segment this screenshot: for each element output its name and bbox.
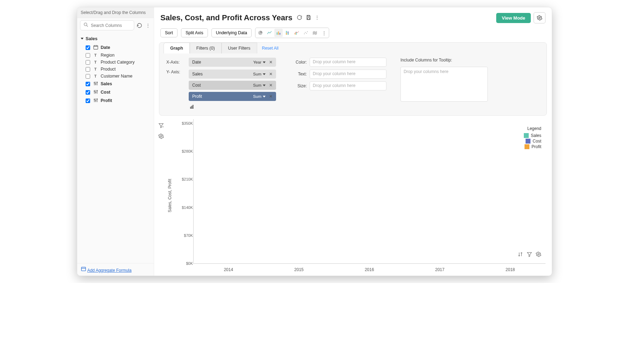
svg-point-21: [94, 99, 95, 100]
svg-point-40: [305, 32, 306, 33]
x-axis-chip[interactable]: Date Year ✕: [189, 58, 276, 67]
svg-marker-50: [527, 253, 532, 257]
axis-marker-icon[interactable]: [189, 104, 196, 110]
search-icon: [83, 22, 89, 29]
column-checkbox[interactable]: [86, 67, 90, 72]
page-title: Sales, Cost, and Profit Across Years: [160, 13, 292, 22]
legend-item[interactable]: Sales: [524, 133, 541, 138]
view-mode-button[interactable]: View Mode: [496, 13, 531, 23]
y-axis-label: Y- Axis:: [166, 70, 186, 74]
column-checkbox[interactable]: [86, 82, 90, 86]
column-type-icon: [93, 97, 98, 104]
x-tick-label: 2018: [475, 267, 545, 272]
formula-icon: [81, 268, 87, 273]
size-dropzone[interactable]: Drop your column here: [310, 81, 386, 90]
tab-filters[interactable]: Filters (0): [190, 43, 222, 53]
svg-point-51: [538, 254, 539, 255]
search-columns-box[interactable]: [80, 20, 134, 30]
svg-rect-27: [308, 17, 309, 19]
chart-type-map-icon[interactable]: [311, 29, 319, 37]
chart-sort-icon[interactable]: [518, 252, 523, 258]
svg-point-42: [307, 31, 308, 32]
column-group-sales[interactable]: Sales: [79, 34, 152, 43]
chart-type-pie-icon[interactable]: [256, 29, 265, 37]
remove-y-chip-icon[interactable]: ✕: [268, 94, 274, 99]
column-checkbox[interactable]: [86, 74, 90, 79]
column-label: Date: [101, 45, 110, 50]
svg-point-0: [84, 23, 87, 26]
main-panel: Sales, Cost, and Profit Across Years ⋮ V…: [154, 7, 552, 276]
column-checkbox[interactable]: [86, 99, 90, 103]
chart-settings-icon[interactable]: [158, 133, 164, 140]
remove-y-chip-icon[interactable]: ✕: [268, 72, 274, 77]
column-item[interactable]: T Product Category: [79, 59, 152, 66]
column-checkbox[interactable]: [86, 53, 90, 58]
remove-x-chip-icon[interactable]: ✕: [268, 60, 274, 65]
legend-item[interactable]: Cost: [524, 139, 541, 144]
search-columns-input[interactable]: [91, 23, 131, 28]
y-tick-label: $210K: [174, 177, 193, 181]
columns-more-icon[interactable]: ⋮: [145, 22, 151, 29]
y-axis-chip[interactable]: Profit Sum ✕: [189, 92, 276, 101]
svg-point-28: [539, 17, 540, 19]
legend-label: Cost: [533, 139, 541, 144]
column-type-icon: [93, 44, 98, 51]
y-axis-chip[interactable]: Cost Sum ✕: [189, 81, 276, 90]
svg-point-23: [97, 99, 97, 100]
svg-rect-31: [278, 31, 279, 35]
column-checkbox[interactable]: [86, 90, 90, 95]
column-item[interactable]: T Customer Name: [79, 73, 152, 80]
tab-graph[interactable]: Graph: [164, 43, 190, 53]
chart-type-line-icon[interactable]: [265, 29, 274, 37]
sort-button[interactable]: Sort: [160, 28, 178, 37]
column-item[interactable]: T Region: [79, 52, 152, 59]
chart-type-stacked-icon[interactable]: [283, 29, 292, 37]
remove-y-chip-icon[interactable]: ✕: [268, 83, 274, 88]
refresh-columns-icon[interactable]: [136, 22, 143, 29]
tooltip-dropzone[interactable]: Drop your columns here: [400, 67, 488, 102]
text-dropzone[interactable]: Drop your column here: [310, 70, 386, 79]
tab-user-filters[interactable]: User Filters: [222, 43, 257, 53]
settings-button[interactable]: [534, 12, 545, 23]
svg-rect-34: [286, 33, 287, 35]
split-axis-button[interactable]: Split Axis: [181, 28, 208, 37]
column-item[interactable]: Cost: [79, 88, 152, 96]
svg-point-9: [94, 82, 95, 83]
column-item[interactable]: Date: [79, 43, 152, 52]
refresh-icon[interactable]: [297, 15, 302, 21]
chart-type-more-icon[interactable]: ⋮: [320, 29, 328, 37]
svg-point-15: [94, 91, 95, 92]
column-item[interactable]: Sales: [79, 80, 152, 88]
column-type-icon: T: [93, 53, 98, 57]
chart-type-scatter-icon[interactable]: [302, 29, 310, 37]
legend-swatch: [525, 144, 529, 149]
chart-type-bar-icon[interactable]: [274, 29, 283, 37]
size-shelf-label: Size:: [290, 83, 307, 88]
svg-point-41: [306, 33, 307, 34]
column-item[interactable]: T Product: [79, 66, 152, 73]
legend-swatch: [524, 133, 529, 138]
y-chip-agg: Sum: [253, 94, 261, 99]
chart-filter-icon[interactable]: [158, 123, 164, 129]
column-type-icon: [93, 89, 98, 95]
y-axis-chip[interactable]: Sales Sum ✕: [189, 70, 276, 79]
underlying-data-button[interactable]: Underlying Data: [211, 28, 252, 37]
chart-filter2-icon[interactable]: [527, 252, 532, 258]
svg-point-17: [97, 90, 97, 91]
x-tick-label: 2015: [264, 267, 334, 272]
chart-gear-icon[interactable]: [536, 252, 541, 258]
add-aggregate-formula-link[interactable]: Add Aggregate Formula: [87, 268, 132, 273]
legend-item[interactable]: Profit: [524, 144, 541, 149]
reset-all-link[interactable]: Reset All: [262, 46, 279, 51]
column-item[interactable]: Profit: [79, 96, 152, 105]
color-dropzone[interactable]: Drop your column here: [310, 58, 386, 67]
save-icon[interactable]: [306, 15, 311, 21]
chart-type-combo-icon[interactable]: [292, 29, 301, 37]
column-checkbox[interactable]: [86, 60, 90, 65]
color-shelf-label: Color:: [290, 60, 307, 65]
y-chip-field: Cost: [192, 83, 251, 88]
column-checkbox[interactable]: [86, 45, 90, 50]
column-type-icon: [93, 81, 98, 87]
legend-label: Profit: [532, 144, 541, 149]
title-more-icon[interactable]: ⋮: [315, 15, 319, 21]
